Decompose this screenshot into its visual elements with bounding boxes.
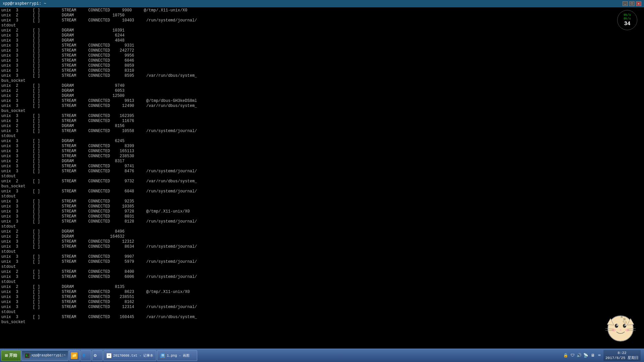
window-controls[interactable]: _ □ ✕ [623,1,641,6]
clock-date: 2017/6/25 星期日 [605,356,639,360]
taskbar-paint-label: 1.png - 画图 [167,353,190,358]
taskbar-item-paint[interactable]: 🖼 1.png - 画图 [157,350,197,361]
maximize-button[interactable]: □ [629,1,635,6]
network-up: 0k/s [624,13,631,17]
start-label: 开始 [9,353,17,358]
system-clock[interactable]: 8:22 2017/6/25 星期日 [603,350,641,361]
start-button[interactable]: ⊞ 开始 [1,350,21,361]
terminal-text: unix 3 [ ] STREAM CONNECTED 9900 @/tmp/.… [1,8,643,325]
minimize-button[interactable]: _ [623,1,628,6]
clock-time: 8:22 [605,351,639,355]
svg-point-5 [612,329,616,331]
taskbar[interactable]: ⊞ 开始 $_ xpp@raspberrypi:~ 📁 e ⚙ ≡ 201706… [0,349,644,362]
tray-icon-4[interactable]: 🖥 [590,353,595,358]
svg-point-2 [623,324,626,328]
title-bar: xpp@raspberrypi: ~ _ □ ✕ [0,0,644,7]
svg-text:英: 英 [621,316,623,318]
tray-icon-2[interactable]: 🛡 [570,353,575,358]
mascot: 应 英 う 口 [604,312,637,345]
taskbar-icon-settings[interactable]: ⚙ [92,350,103,361]
tray-icon-5[interactable]: ⌨ [597,353,602,358]
close-button[interactable]: ✕ [636,1,641,6]
terminal-output: unix 3 [ ] STREAM CONNECTED 9900 @/tmp/.… [0,7,644,349]
svg-point-3 [616,324,618,326]
tray-icon-volume[interactable]: 🔊 [577,353,582,358]
taskbar-notepad-label: 20170608.txt - 记事本 [113,353,153,358]
taskbar-icon-folder[interactable]: 📁 [69,350,80,361]
taskbar-item-terminal[interactable]: $_ xpp@raspberrypi:~ [21,350,68,361]
taskbar-icon-ie[interactable]: e [80,350,91,361]
network-widget: 0k/s 0k/s 34 [617,10,637,30]
svg-point-6 [625,329,629,331]
system-tray: 🔒 🛡 🔊 📡 🖥 ⌨ 8:22 2017/6/25 星期日 [561,350,643,361]
network-number: 34 [624,21,630,27]
window-title: xpp@raspberrypi: ~ [3,1,46,6]
taskbar-terminal-label: xpp@raspberrypi:~ [31,354,65,357]
svg-point-0 [608,316,633,341]
tray-icon-3[interactable]: 📡 [583,353,589,358]
tray-icon-1[interactable]: 🔒 [563,353,569,358]
svg-point-4 [625,324,626,326]
svg-text:う: う [622,320,625,323]
svg-point-1 [615,324,618,328]
network-down: 0k/s [624,17,631,20]
svg-text:口: 口 [625,321,627,323]
taskbar-item-notepad[interactable]: ≡ 20170608.txt - 记事本 [103,350,156,361]
